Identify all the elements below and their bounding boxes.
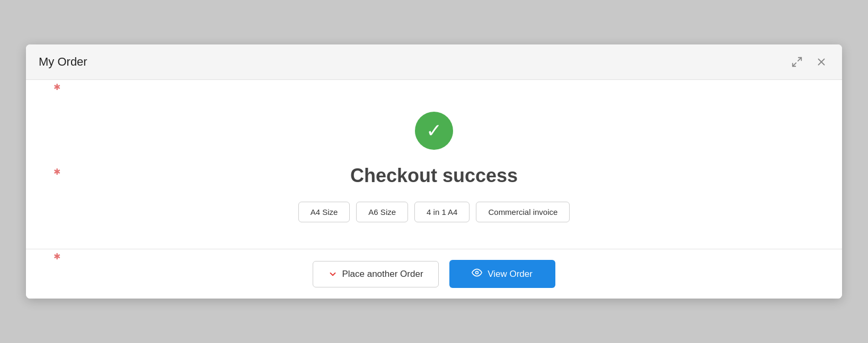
double-chevron-icon (328, 269, 338, 279)
view-order-label: View Order (488, 269, 533, 279)
view-order-button[interactable]: View Order (449, 260, 555, 288)
success-icon-circle: ✓ (415, 112, 453, 150)
expand-button[interactable] (789, 54, 805, 70)
checkmark-icon: ✓ (426, 121, 442, 140)
order-modal: My Order (26, 44, 842, 299)
place-another-order-button[interactable]: Place another Order (313, 261, 438, 287)
modal-header-actions (789, 54, 829, 70)
svg-line-0 (798, 58, 801, 61)
eye-icon (472, 267, 482, 281)
print-option-a6[interactable]: A6 Size (356, 202, 408, 222)
modal-body: ✓ Checkout success A4 Size A6 Size 4 in … (26, 80, 842, 249)
print-options-group: A4 Size A6 Size 4 in 1 A4 Commercial inv… (298, 202, 570, 222)
print-option-commercial[interactable]: Commercial invoice (476, 202, 570, 222)
place-another-order-label: Place another Order (342, 269, 423, 279)
checkout-success-title: Checkout success (350, 165, 518, 187)
modal-container: ✱ ✱ ✱ My Order (26, 44, 842, 299)
print-option-a4[interactable]: A4 Size (298, 202, 350, 222)
print-option-4in1a4[interactable]: 4 in 1 A4 (414, 202, 470, 222)
svg-line-1 (793, 63, 796, 66)
svg-point-4 (476, 272, 479, 274)
modal-title: My Order (39, 55, 87, 69)
modal-header: My Order (26, 44, 842, 80)
modal-footer: Place another Order View Order (26, 249, 842, 299)
close-button[interactable] (813, 54, 829, 70)
